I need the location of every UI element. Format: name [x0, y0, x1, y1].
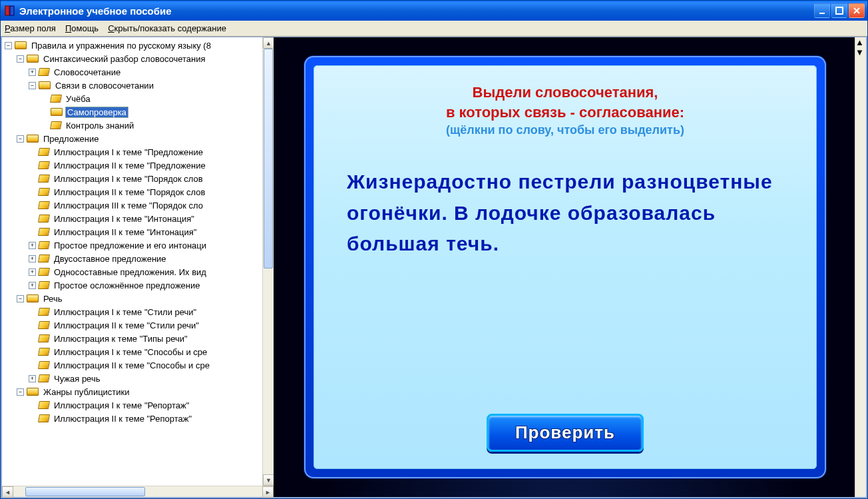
scroll-track[interactable]: [263, 49, 274, 474]
toc-scroll: −Правила и упражнения по русскому языку …: [2, 37, 274, 486]
tree-row[interactable]: Иллюстрация I к теме "Способы и сре: [5, 345, 274, 358]
book-open-icon: [27, 388, 39, 396]
book-icon: [38, 241, 50, 249]
app-icon: [5, 5, 15, 16]
tree-row-root[interactable]: −Правила и упражнения по русскому языку …: [5, 39, 274, 52]
expand-icon[interactable]: +: [29, 69, 36, 76]
tree-label: Односоставные предложения. Их вид: [52, 266, 208, 278]
tree-row[interactable]: −Жанры публицистики: [5, 385, 274, 398]
expand-icon[interactable]: +: [29, 242, 36, 249]
tree-row[interactable]: Иллюстрация II к теме "Предложение: [5, 159, 274, 172]
tree-label: Иллюстрация I к теме "Предложение: [52, 147, 205, 158]
tree-row[interactable]: −Синтаксический разбор словосочетания: [5, 52, 274, 65]
tree-row[interactable]: −Речь: [5, 292, 274, 305]
book-icon: [38, 254, 50, 262]
tree-row[interactable]: Иллюстрация I к теме "Стили речи": [5, 305, 274, 318]
tree-row[interactable]: +Двусоставное предложение: [5, 252, 274, 265]
collapse-icon[interactable]: −: [17, 388, 24, 396]
expand-icon[interactable]: +: [29, 255, 36, 262]
tree-row[interactable]: Иллюстрация II к теме "Стили речи": [5, 318, 274, 332]
scroll-left-icon[interactable]: ◄: [2, 486, 13, 498]
collapse-icon[interactable]: −: [29, 82, 36, 89]
book-icon: [38, 201, 50, 209]
collapse-icon[interactable]: −: [17, 295, 24, 302]
collapse-icon[interactable]: −: [17, 55, 24, 63]
toc-panel: −Правила и упражнения по русскому языку …: [2, 37, 274, 497]
book-icon: [50, 95, 62, 103]
scroll-up-icon[interactable]: ▲: [263, 37, 274, 49]
scroll-track[interactable]: [13, 486, 262, 497]
tree-label: Предложение: [41, 133, 101, 145]
expand-icon[interactable]: +: [29, 375, 36, 382]
tree-label: Двусоставное предложение: [52, 253, 168, 264]
tree-row[interactable]: Учёба: [5, 92, 274, 105]
task-sentence[interactable]: Жизнерадостно пестрели разноцветные огон…: [340, 167, 790, 260]
tree-label: Простое предложение и его интонаци: [52, 240, 208, 251]
tree-row-selected[interactable]: Самопроверка: [5, 105, 274, 119]
content-vertical-scrollbar[interactable]: ▲ ▼: [855, 37, 866, 497]
tree-row[interactable]: Иллюстрация III к теме "Порядок сло: [5, 199, 274, 212]
check-button[interactable]: Проверить: [487, 414, 644, 452]
maximize-button[interactable]: [831, 3, 847, 18]
tree-row[interactable]: Иллюстрация I к теме "Порядок слов: [5, 172, 274, 185]
collapse-icon[interactable]: −: [17, 135, 24, 143]
menu-field-size[interactable]: Размер поля: [5, 23, 56, 33]
toc-horizontal-scrollbar[interactable]: ◄ ►: [2, 486, 274, 497]
tree-label: Иллюстрация II к теме "Интонация": [52, 227, 198, 238]
tree-row[interactable]: +Словосочетание: [5, 65, 274, 79]
tree-row[interactable]: +Простое предложение и его интонаци: [5, 239, 274, 252]
expand-icon[interactable]: +: [29, 282, 36, 289]
menu-help[interactable]: Помощь: [65, 23, 99, 33]
tree-row[interactable]: Иллюстрация I к теме "Предложение: [5, 145, 274, 159]
tree-row[interactable]: Иллюстрация I к теме "Репортаж": [5, 398, 274, 412]
tree-row[interactable]: Иллюстрация II к теме "Способы и сре: [5, 358, 274, 372]
tree-label: Иллюстрация I к теме "Порядок слов: [52, 173, 205, 185]
expand-icon[interactable]: +: [29, 268, 36, 276]
tree-label: Жанры публицистики: [41, 386, 132, 398]
tree-row[interactable]: Иллюстрация II к теме "Порядок слов: [5, 185, 274, 199]
book-icon: [38, 348, 50, 356]
book-icon: [38, 161, 50, 169]
tree-label: Простое осложнённое предложение: [52, 280, 202, 291]
book-icon: [38, 334, 50, 342]
book-open-icon: [27, 55, 39, 63]
toc-vertical-scrollbar[interactable]: ▲ ▼: [262, 37, 274, 486]
minimize-button[interactable]: [814, 3, 830, 18]
book-icon: [38, 308, 50, 316]
tree-label: Иллюстрация II к теме "Репортаж": [52, 413, 194, 424]
tree-row[interactable]: −Связи в словосочетании: [5, 79, 274, 92]
book-icon: [38, 414, 50, 422]
tree-label: Иллюстрация II к теме "Способы и сре: [52, 360, 212, 371]
book-icon: [38, 188, 50, 196]
tree-label: Иллюстрация II к теме "Порядок слов: [52, 187, 207, 198]
scroll-up-icon[interactable]: ▲: [855, 37, 866, 47]
menu-toggle-toc[interactable]: Скрыть/показать содержание: [108, 23, 226, 33]
tree-row[interactable]: +Односоставные предложения. Их вид: [5, 265, 274, 278]
app-body-inner: −Правила и упражнения по русскому языку …: [1, 37, 867, 498]
menu-bar: Размер поля Помощь Скрыть/показать содер…: [1, 21, 867, 37]
tree-label: Связи в словосочетании: [53, 80, 156, 91]
tree-row[interactable]: Контроль знаний: [5, 119, 274, 132]
scroll-down-icon[interactable]: ▼: [263, 474, 274, 486]
scroll-thumb[interactable]: [25, 487, 145, 496]
tree-row[interactable]: Иллюстрация к теме "Типы речи": [5, 332, 274, 345]
tree-row[interactable]: +Простое осложнённое предложение: [5, 278, 274, 292]
tree-row[interactable]: Иллюстрация II к теме "Интонация": [5, 225, 274, 239]
scroll-thumb[interactable]: [264, 49, 273, 268]
tree-row[interactable]: Иллюстрация I к теме "Интонация": [5, 212, 274, 225]
tree-label: Иллюстрация I к теме "Интонация": [52, 213, 196, 225]
scroll-down-icon[interactable]: ▼: [855, 47, 866, 57]
tree-label: Иллюстрация I к теме "Стили речи": [52, 306, 198, 318]
tree-label: Речь: [41, 293, 64, 304]
svg-rect-1: [10, 6, 14, 15]
tree-row[interactable]: +Чужая речь: [5, 372, 274, 385]
book-open-icon: [27, 294, 39, 302]
tree-row[interactable]: Иллюстрация II к теме "Репортаж": [5, 412, 274, 425]
toc-tree: −Правила и упражнения по русскому языку …: [2, 37, 274, 426]
book-icon: [38, 361, 50, 369]
collapse-icon[interactable]: −: [5, 42, 12, 49]
close-button[interactable]: [849, 3, 865, 18]
scroll-right-icon[interactable]: ►: [262, 486, 274, 498]
tree-row[interactable]: −Предложение: [5, 132, 274, 145]
book-icon: [38, 228, 50, 236]
